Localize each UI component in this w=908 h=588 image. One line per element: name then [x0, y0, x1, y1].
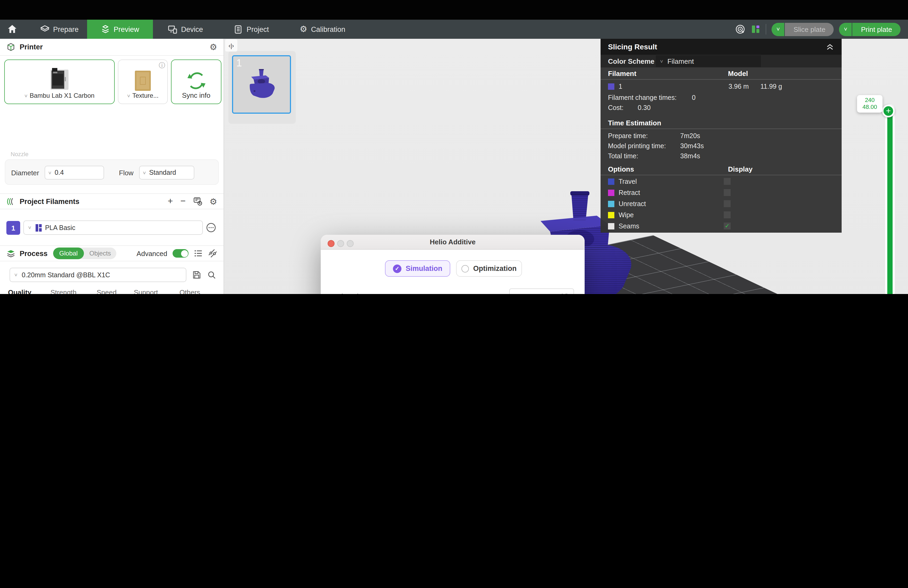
home-button[interactable]	[0, 20, 24, 39]
travel-swatch	[608, 179, 614, 185]
layer-slider-top-tooltip: 24048.00	[857, 95, 882, 113]
slice-plate-dropdown[interactable]: ˅	[772, 23, 784, 36]
sync-info-card[interactable]: Sync info	[171, 60, 221, 104]
add-filament-button[interactable]: +	[168, 196, 173, 207]
filament-coil-icon	[6, 197, 15, 206]
advanced-label: Advanced	[137, 250, 167, 257]
chevron-down-icon: ˅	[660, 58, 663, 64]
simulation-mode-button[interactable]: ✓ Simulation	[385, 260, 450, 277]
arrange-icon[interactable]	[751, 24, 761, 34]
unretract-swatch	[608, 201, 614, 207]
filament-more-button[interactable]	[206, 222, 216, 233]
slice-plate-button[interactable]: Slice plate	[785, 23, 834, 36]
col-display: Display	[728, 165, 753, 173]
chamber-temperature-field: °C	[509, 288, 574, 294]
chevron-down-icon: ˅	[45, 170, 55, 176]
plate-thumbnail[interactable]: 1	[232, 55, 291, 114]
unretract-display-checkbox[interactable]	[724, 200, 731, 207]
chamber-temperature-input[interactable]	[510, 292, 552, 294]
layer-slider-top-handle[interactable]: +	[882, 105, 895, 118]
tab-speed[interactable]: Speed	[97, 288, 117, 294]
option-row-seams: Seams	[608, 222, 836, 230]
prepare-icon	[40, 25, 49, 34]
device-icon	[168, 25, 177, 34]
chevron-down-icon: ˅	[24, 93, 27, 98]
col-filament: Filament	[608, 69, 636, 77]
printer-image	[47, 68, 72, 91]
change-times-label: Filament change times:	[608, 94, 676, 101]
filament-select[interactable]: ˅ PLA Basic	[23, 221, 203, 235]
cost-value: 0.30	[638, 104, 651, 111]
tune-icon[interactable]	[208, 249, 217, 258]
assistant-icon[interactable]	[735, 24, 746, 34]
color-scheme-value: Filament	[668, 57, 694, 65]
total-time-value: 38m4s	[680, 153, 700, 160]
toolbar-divider	[766, 24, 766, 34]
wipe-display-checkbox[interactable]	[724, 211, 731, 218]
tab-preview[interactable]: Preview	[87, 20, 153, 39]
tab-project[interactable]: Project	[225, 20, 277, 39]
tab-strength[interactable]: Strength	[50, 288, 76, 294]
wipe-swatch	[608, 212, 614, 218]
optimization-mode-button[interactable]: Optimization	[456, 260, 522, 277]
color-scheme-row: Color Scheme ˅ Filament	[601, 55, 842, 68]
nozzle-diameter-select[interactable]: ˅0.4	[45, 166, 104, 180]
change-times-value: 0	[692, 94, 695, 101]
ams-sync-icon[interactable]	[193, 197, 202, 206]
remove-filament-button[interactable]: −	[180, 196, 185, 207]
seams-display-checkbox[interactable]: ✓	[724, 222, 731, 229]
search-preset-icon[interactable]	[207, 271, 216, 279]
slicing-result-panel: Slicing Result Color Scheme ˅ Filament F…	[601, 39, 842, 233]
zoom-button[interactable]	[347, 240, 354, 247]
filament-slot-badge[interactable]: 1	[6, 221, 20, 235]
option-row-wipe: Wipe	[608, 211, 836, 219]
printer-section-title: Printer	[19, 43, 43, 51]
printer-settings-gear-icon[interactable]: ⚙	[209, 42, 217, 52]
tab-label: Prepare	[53, 25, 79, 33]
tab-label: Calibration	[311, 25, 345, 33]
info-icon[interactable]: ⓘ	[159, 61, 165, 70]
dialog-titlebar[interactable]: Helio Additive	[321, 235, 584, 250]
filament-result-row: 1 3.96 m 11.99 g	[608, 83, 836, 90]
retract-swatch	[608, 190, 614, 196]
scope-objects[interactable]: Objects	[84, 250, 116, 257]
collapse-panel-icon[interactable]	[826, 43, 834, 50]
retract-display-checkbox[interactable]	[724, 189, 731, 196]
color-scheme-select[interactable]: ˅ Filament	[656, 55, 761, 67]
tab-support[interactable]: Support	[134, 288, 158, 294]
tab-prepare[interactable]: Prepare	[32, 20, 87, 39]
travel-display-checkbox[interactable]	[724, 178, 731, 185]
plate-type-name: Texture...	[132, 92, 158, 99]
scope-global[interactable]: Global	[53, 248, 84, 259]
print-plate-dropdown[interactable]: ˅	[839, 23, 852, 36]
save-preset-icon[interactable]	[192, 271, 201, 279]
tab-label: Preview	[114, 25, 139, 33]
filament-color-swatch	[608, 84, 614, 90]
color-scheme-label: Color Scheme	[608, 57, 654, 65]
chevron-down-icon: ˅	[10, 272, 22, 278]
divider	[601, 79, 842, 80]
minimize-button[interactable]	[337, 240, 344, 247]
printer-model-card[interactable]: ˅Bambu Lab X1 Carbon	[4, 60, 115, 104]
main-toolbar: Prepare Preview Device Project ⚙ Calibra…	[0, 20, 908, 39]
process-section-header: Process Global Objects Advanced	[0, 245, 224, 261]
advanced-toggle[interactable]	[172, 249, 188, 258]
filament-settings-gear-icon[interactable]: ⚙	[209, 196, 217, 206]
tab-calibration[interactable]: ⚙ Calibration	[291, 20, 354, 39]
print-plate-button[interactable]: Print plate	[853, 23, 901, 36]
close-button[interactable]	[328, 240, 335, 247]
plate-type-card[interactable]: ⓘ ˅Texture...	[118, 60, 168, 104]
tab-quality[interactable]: Quality	[8, 288, 31, 294]
param-list-icon[interactable]	[194, 249, 203, 258]
system-menubar	[0, 0, 908, 20]
flow-select[interactable]: ˅Standard	[139, 166, 194, 180]
tab-device[interactable]: Device	[159, 20, 212, 39]
sync-info-label: Sync info	[182, 91, 211, 99]
printer-icon	[6, 42, 15, 52]
filaments-section-title: Project Filaments	[19, 197, 79, 205]
sidebar-collapse-handle[interactable]: ‹|›	[225, 39, 237, 52]
prepare-time-value: 7m20s	[680, 132, 700, 140]
calibration-icon: ⚙	[300, 25, 307, 34]
tab-others[interactable]: Others	[179, 288, 200, 294]
process-preset-select[interactable]: ˅ 0.20mm Standard @BBL X1C	[10, 268, 187, 282]
